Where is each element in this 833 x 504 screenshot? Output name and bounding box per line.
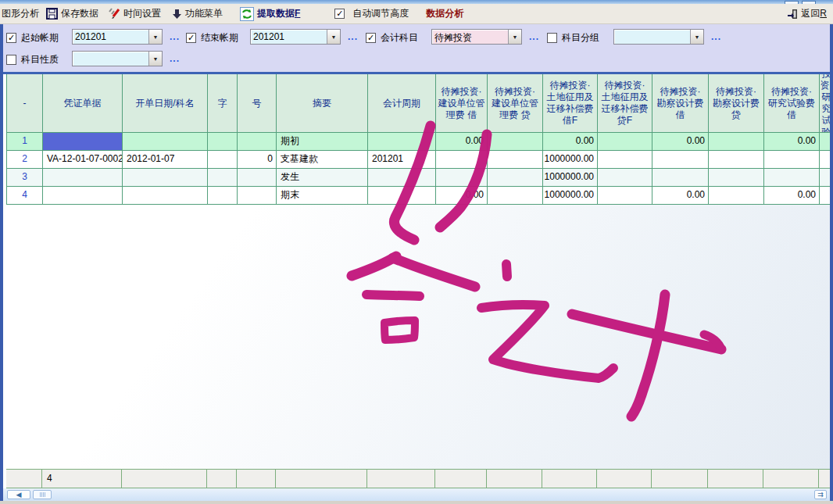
column-header[interactable]: 字 — [208, 74, 238, 133]
chevron-down-icon[interactable]: ▼ — [148, 30, 162, 44]
horizontal-scrollbar[interactable]: ◀ ⇉ — [3, 488, 830, 501]
subject-combo[interactable]: 待摊投资▼ ... — [431, 29, 539, 45]
return-button[interactable]: 返回R — [787, 7, 827, 20]
column-header[interactable]: 凭证单据 — [43, 74, 123, 133]
cell[interactable]: 4 — [7, 187, 43, 205]
cell[interactable] — [488, 187, 543, 205]
cell[interactable]: 0.00 — [764, 187, 820, 205]
cell[interactable] — [368, 133, 436, 151]
checkbox-subject-nature[interactable] — [6, 55, 16, 65]
extract-data-button[interactable]: 提取数据F — [240, 7, 300, 21]
checkbox-start-period[interactable]: ✓ — [6, 33, 16, 43]
cell[interactable] — [488, 169, 543, 187]
cell[interactable] — [598, 187, 652, 205]
checkbox-auto-height[interactable]: ✓ — [334, 9, 345, 19]
subject-nature-more-button[interactable]: ... — [170, 53, 180, 64]
cell[interactable]: 期末 — [277, 187, 368, 205]
cell[interactable] — [43, 187, 123, 205]
function-menu-button[interactable]: 功能菜单 — [172, 7, 223, 20]
cell[interactable] — [820, 151, 830, 169]
cell[interactable]: 发生 — [277, 169, 368, 187]
end-period-combo[interactable]: 201201▼ ... — [250, 29, 358, 45]
cell[interactable] — [598, 133, 652, 151]
cell[interactable]: 0.00 — [764, 133, 820, 151]
cell[interactable] — [709, 133, 764, 151]
column-header[interactable]: 待摊投资· 建设单位管 理费 贷 — [488, 74, 543, 133]
cell[interactable]: 2012-01-07 — [123, 151, 208, 169]
checkbox-subject[interactable]: ✓ — [366, 33, 376, 43]
cell[interactable]: 1000000.00 — [543, 169, 598, 187]
cell[interactable] — [709, 169, 764, 187]
cell[interactable] — [208, 187, 238, 205]
checkbox-end-period[interactable]: ✓ — [186, 33, 196, 43]
cell[interactable] — [436, 169, 488, 187]
cell[interactable] — [488, 133, 543, 151]
graph-analysis-button[interactable]: 图形分析 — [2, 7, 39, 20]
cell[interactable]: 2 — [7, 151, 43, 169]
column-header[interactable]: 号 — [238, 74, 277, 133]
scroll-split-button[interactable]: ⇉ — [814, 490, 827, 499]
cell[interactable] — [820, 133, 830, 151]
column-header[interactable]: 会计周期 — [368, 74, 436, 133]
cell[interactable] — [123, 169, 208, 187]
cell[interactable] — [709, 151, 764, 169]
column-header[interactable]: 待摊投资· 土地征用及 迁移补偿费 贷F — [598, 74, 652, 133]
cell[interactable] — [764, 169, 820, 187]
cell[interactable] — [436, 151, 488, 169]
cell[interactable] — [488, 151, 543, 169]
chevron-down-icon[interactable]: ▼ — [327, 30, 340, 44]
cell[interactable] — [598, 169, 652, 187]
cell[interactable] — [208, 169, 238, 187]
cell[interactable]: 1000000.00 — [543, 187, 598, 205]
cell[interactable]: 1 — [7, 133, 43, 151]
column-header[interactable]: 待摊投资· 勘察设计费 借 — [652, 74, 709, 133]
checkbox-subject-group[interactable] — [547, 33, 557, 43]
cell[interactable] — [123, 187, 208, 205]
subject-nature-combo[interactable]: ▼ ... — [72, 51, 180, 66]
cell[interactable] — [820, 187, 830, 205]
cell[interactable] — [764, 151, 820, 169]
column-header[interactable]: 待摊投资· 建设单位管 理费 借 — [436, 74, 488, 133]
subject-group-combo[interactable]: ▼ ... — [613, 29, 721, 45]
column-header[interactable]: 开单日期/科名 — [123, 74, 208, 133]
column-header[interactable]: 待摊投资· 研究试验费 借 — [764, 74, 820, 133]
cell[interactable] — [652, 151, 709, 169]
cell[interactable] — [43, 169, 123, 187]
auto-height-checkbox[interactable]: ✓ 自动调节高度 — [334, 7, 409, 20]
data-analysis-button[interactable]: 数据分析 — [426, 7, 463, 20]
time-settings-button[interactable]: 时间设置 — [108, 7, 161, 20]
column-header[interactable]: 摘要 — [277, 74, 368, 133]
column-header[interactable]: 待摊投资· 研究试验费 贷 — [820, 74, 830, 133]
save-data-button[interactable]: 保存数据 — [46, 7, 98, 20]
cell[interactable]: VA-12-01-07-0002 — [43, 151, 123, 169]
cell[interactable]: 0.00 — [652, 133, 709, 151]
cell[interactable]: 0.00 — [436, 133, 488, 151]
cell[interactable] — [238, 169, 277, 187]
subject-group-more-button[interactable]: ... — [711, 31, 721, 42]
cell[interactable] — [368, 187, 436, 205]
cell[interactable] — [43, 133, 123, 151]
cell[interactable] — [238, 187, 277, 205]
cell[interactable] — [208, 151, 238, 169]
cell[interactable] — [368, 169, 436, 187]
column-header[interactable]: 待摊投资· 土地征用及 迁移补偿费 借F — [543, 74, 598, 133]
cell[interactable]: 201201 — [368, 151, 436, 169]
cell[interactable] — [208, 133, 238, 151]
end-period-more-button[interactable]: ... — [348, 31, 358, 42]
scrollbar-thumb[interactable] — [33, 490, 52, 499]
chevron-down-icon[interactable]: ▼ — [690, 30, 703, 44]
scroll-left-button[interactable]: ◀ — [7, 490, 30, 499]
cell[interactable] — [709, 187, 764, 205]
column-header[interactable]: 待摊投资· 勘察设计费 贷 — [709, 74, 764, 133]
cell[interactable]: 0.00 — [436, 187, 488, 205]
start-period-more-button[interactable]: ... — [170, 31, 180, 42]
subject-more-button[interactable]: ... — [529, 31, 539, 42]
chevron-down-icon[interactable]: ▼ — [148, 52, 162, 66]
start-period-combo[interactable]: 201201▼ ... — [72, 29, 180, 45]
cell[interactable] — [598, 151, 652, 169]
cell[interactable]: 期初 — [277, 133, 368, 151]
column-header[interactable]: - — [7, 74, 43, 133]
cell[interactable] — [820, 169, 830, 187]
cell[interactable]: 0.00 — [543, 133, 598, 151]
cell[interactable] — [652, 169, 709, 187]
